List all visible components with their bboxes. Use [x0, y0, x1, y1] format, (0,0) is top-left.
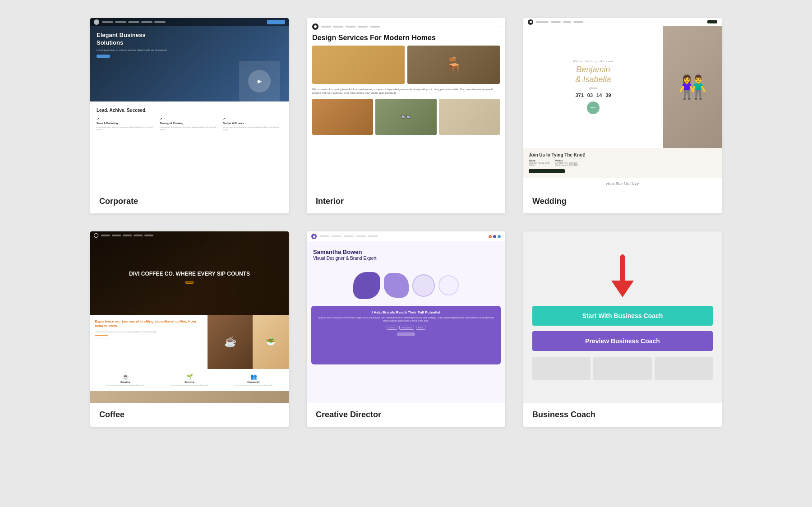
business-coach-thumbnails — [532, 357, 713, 380]
coffee-feat-text-1: Lorem ipsum dolor sit amet consectetur a… — [95, 384, 156, 387]
arrow-icon-2: ↗ — [160, 117, 219, 121]
coffee-bottom-image — [90, 391, 289, 403]
interior-card[interactable]: › Design Services For Modern Homes 🪑 Wit… — [307, 18, 505, 213]
start-with-business-coach-button[interactable]: Start With Business Coach — [532, 306, 713, 326]
coffee-feature-1: ☕ Roasting Lorem ipsum dolor sit amet co… — [95, 373, 156, 387]
coffee-feature-2: 🌱 Sourcing Lorem ipsum dolor sit amet co… — [159, 373, 220, 387]
coffee-card[interactable]: DIVI COFFEE CO. WHERE EVERY SIP COUNTS E… — [90, 231, 289, 427]
tag-custom: Custom — [387, 326, 397, 330]
corporate-hero-title: Elegant BusinessSolutions — [97, 32, 282, 47]
corporate-play-icon: ▶ — [248, 70, 271, 92]
wedding-card[interactable]: We're Getting Married Benjamin& Isabella… — [523, 18, 722, 213]
interior-image-4: 👓 — [375, 99, 436, 135]
business-coach-label: Business Coach — [523, 403, 722, 427]
interior-images-top: 🪑 — [312, 46, 500, 84]
corporate-logo — [94, 19, 99, 25]
interior-image-5 — [439, 99, 500, 135]
creative-portfolio-button[interactable] — [397, 332, 415, 336]
coffee-feat-title-3: Community — [223, 381, 284, 383]
glasses-icon: 👓 — [400, 111, 411, 122]
creative-hero: Samantha Bowen Visual Designer & Brand E… — [307, 241, 505, 265]
wedding-couple-photo: 👫 — [663, 26, 722, 148]
arrow-icon-1: ↗ — [97, 117, 156, 121]
corporate-nav-links — [102, 21, 264, 23]
wedding-rsvp-label: RSVP — [591, 106, 596, 109]
chair-icon: 🪑 — [445, 56, 463, 74]
corporate-feature-3: ↗ Budget & Finance Lorem ipsum dolor sit… — [223, 117, 282, 131]
preview-business-coach-button[interactable]: Preview Business Coach — [532, 331, 713, 351]
corporate-label: Corporate — [90, 189, 289, 213]
wedding-ceremony-section: Join Us In Tying The Knot! When Saturday… — [523, 148, 722, 178]
community-icon: 👥 — [223, 373, 284, 380]
couple-icon: 👫 — [678, 74, 706, 100]
corporate-hero-desc: Lorem ipsum dolor sit amet consectetur a… — [97, 49, 282, 52]
coffee-logo — [94, 233, 98, 238]
creative-shapes — [307, 265, 505, 306]
cr-dot-3 — [498, 235, 501, 238]
coffee-logo-circle — [94, 233, 98, 238]
creative-portfolio-cta-wrapper — [316, 332, 496, 336]
wedding-content: We're Getting Married Benjamin& Isabella… — [523, 26, 722, 148]
nav-link-3 — [128, 21, 139, 23]
coffee-image-food: 🥗 — [253, 315, 289, 369]
corporate-card[interactable]: Elegant BusinessSolutions Lorem ipsum do… — [90, 18, 289, 213]
coffee-hero-section: DIVI COFFEE CO. WHERE EVERY SIP COUNTS — [90, 231, 289, 315]
feature-text-2: Lorem ipsum dolor sit amet consectetur a… — [160, 126, 219, 131]
creative-director-card[interactable]: Samantha Bowen Visual Designer & Brand E… — [307, 231, 505, 427]
cr-blob-2 — [384, 273, 409, 298]
coffee-nav — [90, 231, 289, 240]
corporate-preview: Elegant BusinessSolutions Lorem ipsum do… — [90, 18, 289, 189]
when-value: Saturday, Aug 12, 20456:00pm — [529, 162, 550, 166]
coffee-photo-2: 🥗 — [253, 315, 289, 369]
feature-text-3: Lorem ipsum dolor sit amet consectetur a… — [223, 126, 282, 131]
coffee-shop-button — [95, 335, 108, 338]
arrow-icon-3: ↗ — [223, 117, 282, 121]
save-date-button[interactable] — [529, 169, 565, 173]
where-value: 123 Main Ave, Suite 100San Francisco, CA… — [555, 162, 578, 166]
ceremony-where: Where 123 Main Ave, Suite 100San Francis… — [555, 159, 578, 166]
corporate-tagline: Lead. Achive. Succeed. — [97, 108, 282, 113]
nav-link-5 — [154, 21, 166, 23]
coffee-food-icon: 🥗 — [266, 337, 276, 347]
coffee-nav-4 — [134, 235, 143, 236]
nav-link-1 — [102, 21, 113, 23]
creative-nav — [307, 231, 505, 241]
corporate-hero-image: Elegant BusinessSolutions Lorem ipsum do… — [90, 18, 289, 101]
coffee-photo-1: ☕ — [208, 315, 253, 369]
coffee-preview: DIVI COFFEE CO. WHERE EVERY SIP COUNTS E… — [90, 231, 289, 403]
creative-nav-links — [319, 235, 486, 237]
wedding-subtitle: We're Getting Married — [573, 60, 614, 63]
cr-nav-3 — [344, 235, 354, 237]
coffee-mid-title: Experience our journey of crafting excep… — [95, 319, 203, 329]
interior-label: Interior — [307, 189, 505, 213]
creative-logo — [311, 234, 317, 239]
tag-photography: Photography — [399, 326, 414, 330]
business-coach-preview: Start With Business Coach Preview Busine… — [523, 231, 722, 403]
interior-image-2: 🪑 — [407, 46, 500, 84]
interior-nav-arrow: › — [498, 25, 500, 29]
coffee-feat-text-3: Lorem ipsum dolor sit amet consectetur a… — [223, 384, 284, 387]
wedding-photo: 👫 — [663, 26, 722, 148]
interior-nav — [321, 26, 496, 28]
coffee-nav-5 — [144, 235, 153, 236]
int-nav-1 — [321, 26, 331, 28]
corporate-feature-2: ↗ Strategy & Planning Lorem ipsum dolor … — [160, 117, 219, 131]
cr-nav-1 — [319, 235, 329, 237]
coffee-label: Coffee — [90, 403, 289, 427]
cr-blob-1 — [353, 272, 380, 299]
nav-link-4 — [141, 21, 152, 23]
business-coach-card[interactable]: Start With Business Coach Preview Busine… — [523, 231, 722, 427]
wedding-rsvp-button[interactable]: RSVP — [587, 101, 600, 114]
cr-nav-4 — [356, 235, 366, 237]
int-nav-3 — [346, 26, 355, 28]
feature-text-1: Lorem ipsum dolor sit amet consectetur a… — [97, 126, 156, 131]
wedding-text: We're Getting Married Benjamin& Isabella… — [523, 26, 663, 148]
tag-brand: Brand — [416, 326, 425, 330]
arrow-container — [609, 254, 636, 300]
coffee-feat-title-1: Roasting — [95, 381, 156, 383]
wedding-nav-links — [536, 21, 705, 23]
wedding-count-1: 371 — [575, 92, 583, 98]
coffee-mid-text: Experience our journey of crafting excep… — [90, 315, 208, 369]
coffee-nav-3 — [123, 235, 132, 236]
coffee-feat-text-2: Lorem ipsum dolor sit amet consectetur a… — [159, 384, 220, 387]
